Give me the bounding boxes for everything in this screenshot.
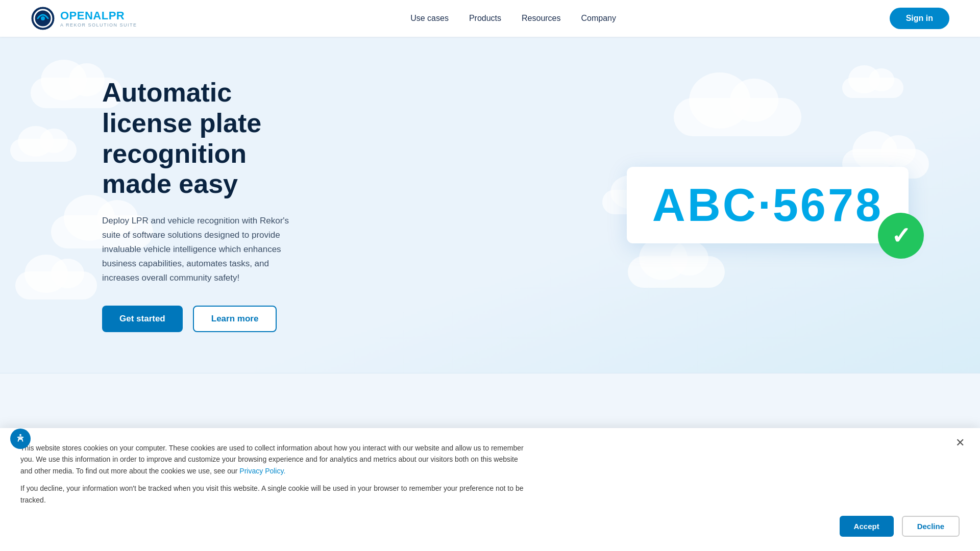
svg-point-3	[19, 434, 21, 436]
learn-more-button[interactable]: Learn more	[193, 306, 277, 332]
cookie-actions: Accept Decline	[20, 516, 960, 537]
hero-buttons: Get started Learn more	[102, 306, 306, 332]
logo-text: OPENALPR A REKOR SOLUTION SUITE	[60, 9, 137, 28]
accessibility-button[interactable]	[10, 429, 31, 449]
cookie-text-primary: This website stores cookies on your comp…	[20, 442, 531, 477]
accessibility-icon	[15, 433, 26, 444]
cookie-close-button[interactable]: ✕	[955, 437, 965, 448]
nav-links: Use cases Products Resources Company	[410, 14, 616, 23]
hero-description: Deploy LPR and vehicle recognition with …	[102, 214, 306, 285]
license-plate-text: ABC·5678	[652, 182, 883, 228]
cookie-text-secondary: If you decline, your information won't b…	[20, 483, 531, 506]
nav-item-company[interactable]: Company	[581, 14, 616, 23]
logo-name: OPENALPR	[60, 9, 137, 22]
get-started-button[interactable]: Get started	[102, 306, 183, 332]
logo[interactable]: OPENALPR A REKOR SOLUTION SUITE	[31, 6, 137, 31]
navbar: OPENALPR A REKOR SOLUTION SUITE Use case…	[0, 0, 980, 37]
hero-visual: ABC·5678	[627, 167, 909, 243]
hero-title: Automatic license plate recognition made…	[102, 78, 306, 199]
cloud-decoration	[842, 78, 903, 98]
hero-section: Automatic license plate recognition made…	[0, 37, 980, 373]
nav-item-resources[interactable]: Resources	[522, 14, 560, 23]
cloud-decoration	[674, 98, 801, 136]
nav-item-use-cases[interactable]: Use cases	[410, 14, 449, 23]
signin-button[interactable]: Sign in	[890, 8, 949, 29]
license-plate-card: ABC·5678	[627, 167, 909, 243]
svg-point-2	[41, 16, 45, 20]
logo-subtitle: A REKOR SOLUTION SUITE	[60, 22, 137, 28]
cookie-decline-button[interactable]: Decline	[902, 516, 960, 537]
nav-item-products[interactable]: Products	[469, 14, 501, 23]
cookie-banner: ✕ This website stores cookies on your co…	[0, 428, 980, 551]
hero-content: Automatic license plate recognition made…	[0, 37, 347, 373]
openalpr-logo-icon	[31, 6, 55, 31]
cloud-decoration	[628, 256, 725, 288]
cookie-accept-button[interactable]: Accept	[840, 516, 894, 537]
privacy-policy-link[interactable]: Privacy Policy.	[239, 467, 285, 475]
recognition-success-icon	[878, 213, 924, 259]
